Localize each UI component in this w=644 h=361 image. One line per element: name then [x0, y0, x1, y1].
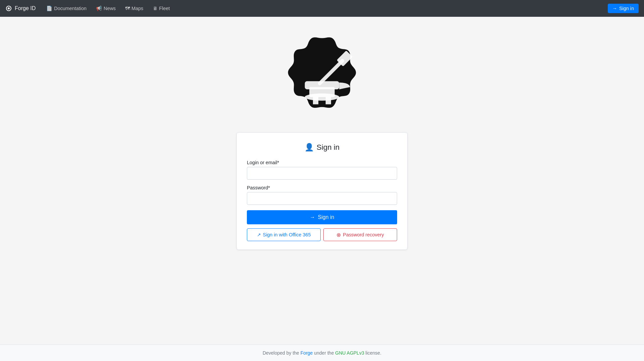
navbar-nav: 📄 Documentation 📢 News 🗺 Maps 🖥 Fleet	[42, 3, 607, 14]
footer: Developed by the Forge under the GNU AGP…	[0, 345, 644, 361]
svg-rect-6	[313, 97, 318, 104]
login-field-group: Login or email*	[247, 160, 397, 180]
office365-button[interactable]: ↗ Sign in with Office 365	[247, 228, 321, 241]
user-icon: 👤	[305, 143, 314, 152]
signin-card: 👤 Sign in Login or email* Password* → Si…	[236, 132, 408, 250]
main-content: 👤 Sign in Login or email* Password* → Si…	[0, 17, 644, 345]
forge-link[interactable]: Forge	[301, 350, 313, 356]
signin-main-button[interactable]: → Sign in	[247, 210, 397, 224]
forge-logo-icon	[5, 5, 12, 12]
external-link-icon: ↗	[257, 232, 261, 237]
svg-point-0	[8, 7, 10, 9]
navbar: Forge ID 📄 Documentation 📢 News 🗺 Maps 🖥…	[0, 0, 644, 17]
password-field-group: Password*	[247, 185, 397, 205]
logo-container	[277, 34, 367, 126]
svg-rect-7	[326, 97, 331, 104]
signin-main-icon: →	[310, 214, 315, 220]
nav-link-fleet[interactable]: 🖥 Fleet	[149, 3, 174, 14]
navbar-brand[interactable]: Forge ID	[5, 5, 36, 12]
nav-link-maps[interactable]: 🗺 Maps	[121, 3, 147, 14]
license-link[interactable]: GNU AGPLv3	[335, 350, 364, 356]
fleet-icon: 🖥	[153, 6, 157, 11]
secondary-buttons: ↗ Sign in with Office 365 ⊗ Password rec…	[247, 228, 397, 241]
doc-icon: 📄	[46, 6, 52, 11]
forge-logo	[277, 34, 367, 124]
login-label: Login or email*	[247, 160, 397, 165]
password-input[interactable]	[247, 192, 397, 205]
signin-title: 👤 Sign in	[247, 143, 397, 152]
signin-arrow-icon: →	[612, 6, 617, 11]
password-recovery-button[interactable]: ⊗ Password recovery	[323, 228, 397, 241]
nav-link-documentation[interactable]: 📄 Documentation	[42, 3, 91, 14]
maps-icon: 🗺	[125, 6, 130, 11]
recovery-icon: ⊗	[336, 232, 341, 238]
brand-label: Forge ID	[15, 5, 36, 11]
nav-link-news[interactable]: 📢 News	[92, 3, 120, 14]
password-label: Password*	[247, 185, 397, 190]
login-input[interactable]	[247, 167, 397, 180]
navbar-signin-button[interactable]: → Sign in	[608, 4, 639, 13]
news-icon: 📢	[96, 6, 102, 11]
